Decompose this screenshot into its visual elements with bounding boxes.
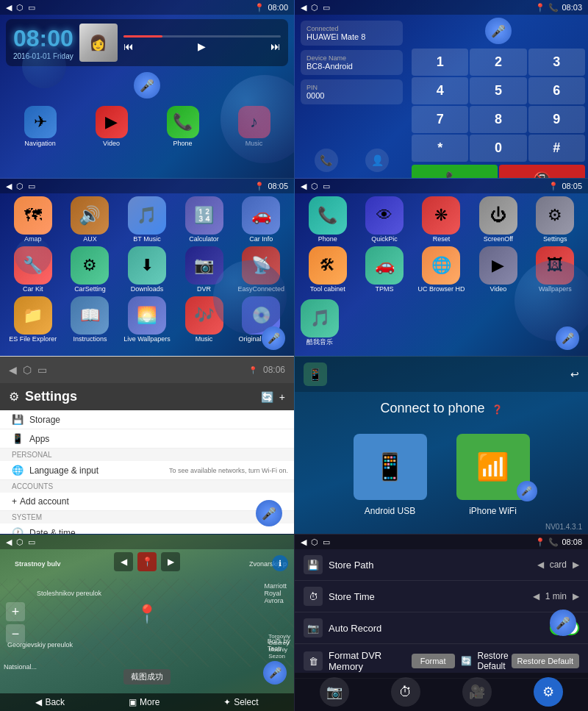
format-btn[interactable]: Format: [412, 654, 455, 668]
call-btn[interactable]: 📞: [412, 165, 498, 178]
home-btn-p4[interactable]: ⬡: [311, 182, 318, 191]
dial-5[interactable]: 5: [470, 77, 526, 104]
prev-btn[interactable]: ⏮: [123, 40, 134, 52]
back-map-btn[interactable]: ◀ Back: [35, 697, 65, 707]
dvr-settings-icon[interactable]: ⚙: [534, 677, 563, 707]
ucbrowser-icon[interactable]: 🌐UC Browser HD: [415, 246, 468, 293]
home-btn-p3[interactable]: ⬡: [16, 182, 24, 191]
reset-icon[interactable]: ❋Reset: [415, 196, 468, 243]
storepath-right-arrow[interactable]: ▶: [573, 560, 579, 570]
home-btn-settings[interactable]: ⬡: [23, 364, 32, 376]
btmusic-icon[interactable]: 🎵BT Music: [120, 196, 174, 243]
dial-hash[interactable]: #: [528, 135, 585, 162]
dial-9[interactable]: 9: [528, 106, 585, 133]
contact-icon[interactable]: 📞: [315, 149, 338, 172]
dial-7[interactable]: 7: [412, 106, 468, 133]
wallpapers-icon[interactable]: 🖼Wallpapers: [528, 246, 582, 293]
menu-btn-p3[interactable]: ▭: [28, 182, 35, 191]
nav-app-icon[interactable]: ✈ Navigation: [6, 106, 74, 147]
music-icon-p3[interactable]: 🎶Music: [177, 296, 232, 343]
mic-btn-settings[interactable]: 🎤: [256, 500, 282, 526]
settings-language[interactable]: 🌐 Language & input To see available netw…: [0, 461, 294, 480]
dial-star[interactable]: *: [412, 135, 468, 162]
dvr-icon[interactable]: 📷DVR: [177, 246, 232, 293]
mic-btn-map[interactable]: 🎤: [263, 661, 287, 685]
phone-icon-p4[interactable]: 📞Phone: [301, 196, 354, 243]
easyconnected-icon[interactable]: 📡EasyConnected: [234, 246, 288, 293]
back-btn-p1[interactable]: ◀: [6, 3, 12, 12]
menu-btn-map[interactable]: ▭: [28, 537, 35, 547]
zoom-out-btn[interactable]: −: [6, 624, 25, 643]
dial-4[interactable]: 4: [412, 77, 468, 104]
settings-datetime[interactable]: 🕐 Date & time: [0, 524, 294, 534]
mic-btn-p4[interactable]: 🎤: [556, 326, 579, 350]
home-btn-p1[interactable]: ⬡: [16, 3, 24, 12]
settings-storage[interactable]: 💾 Storage: [0, 410, 294, 429]
kuwo-icon[interactable]: 🎵 酷我音乐: [301, 299, 339, 346]
carinfo-icon[interactable]: 🚗Car Info: [234, 196, 288, 243]
back-btn-p8[interactable]: ◀: [301, 537, 306, 547]
dvr-cam-icon[interactable]: 📷: [320, 677, 349, 707]
settings-icon-p4[interactable]: ⚙Settings: [528, 196, 582, 243]
nav-right-arrow[interactable]: ▶: [161, 552, 180, 571]
back-btn-connect[interactable]: ↩: [570, 368, 579, 380]
map-info-btn[interactable]: ℹ: [272, 555, 288, 571]
mic-btn-dialer[interactable]: 🎤: [485, 18, 512, 44]
tpms-icon[interactable]: 🚗TPMS: [357, 246, 411, 293]
dial-2[interactable]: 2: [470, 49, 526, 76]
aux-icon[interactable]: 🔊AUX: [63, 196, 118, 243]
zoom-in-btn[interactable]: +: [6, 602, 25, 621]
calculator-icon[interactable]: 🔢Calculator: [177, 196, 232, 243]
nav-left-arrow[interactable]: ◀: [114, 552, 133, 571]
back-btn-settings[interactable]: ◀: [9, 364, 17, 376]
amap-icon[interactable]: 🗺Amap: [6, 196, 60, 243]
mic-button-p1[interactable]: 🎤: [134, 72, 160, 99]
person-icon[interactable]: 👤: [365, 149, 389, 172]
iphone-wifi-option[interactable]: 📶 iPhone WiFi 🎤: [456, 434, 530, 516]
back-btn-map[interactable]: ◀: [6, 537, 12, 547]
menu-btn-p8[interactable]: ▭: [323, 537, 330, 547]
music-app-icon[interactable]: ♪ Music: [220, 106, 288, 147]
instructions-icon[interactable]: 📖Instructions: [63, 296, 118, 343]
more-map-btn[interactable]: ▣ More: [129, 697, 159, 707]
home-btn-p2[interactable]: ⬡: [311, 3, 318, 12]
back-btn-p4[interactable]: ◀: [301, 182, 306, 191]
connect-help-icon[interactable]: ❓: [492, 404, 503, 415]
select-map-btn[interactable]: ✦ Select: [223, 697, 258, 707]
settings-add-icon[interactable]: +: [279, 391, 285, 403]
downloads-icon[interactable]: ⬇Downloads: [120, 246, 174, 293]
storepath-left-arrow[interactable]: ◀: [537, 560, 544, 570]
storetime-right-arrow[interactable]: ▶: [573, 591, 579, 601]
mic-overlay-connect[interactable]: 🎤: [517, 481, 537, 501]
home-btn-p8[interactable]: ⬡: [311, 537, 318, 547]
phone-app-icon[interactable]: 📞 Phone: [148, 106, 217, 147]
android-usb-option[interactable]: 📱 Android USB: [354, 434, 427, 516]
esfile-icon[interactable]: 📁ES File Explorer: [6, 296, 60, 343]
menu-btn-p4[interactable]: ▭: [323, 182, 330, 191]
menu-btn-settings[interactable]: ▭: [37, 364, 47, 376]
dial-3[interactable]: 3: [528, 49, 585, 76]
restore-btn[interactable]: Restore Default: [512, 654, 579, 668]
toolcabinet-icon[interactable]: 🛠Tool cabinet: [301, 246, 354, 293]
dvr-video-icon[interactable]: 🎥: [462, 677, 492, 707]
mic-btn-p3[interactable]: 🎤: [262, 326, 285, 350]
next-btn[interactable]: ⏭: [270, 40, 281, 52]
dial-1[interactable]: 1: [412, 49, 468, 76]
screenoff-icon[interactable]: ⏻ScreenOff: [471, 196, 525, 243]
back-btn-p2[interactable]: ◀: [301, 3, 306, 12]
settings-addaccount[interactable]: +Add account: [0, 493, 294, 511]
mic-btn-dvr[interactable]: 🎤: [550, 610, 576, 636]
hangup-btn[interactable]: 📵: [499, 165, 585, 178]
carsetting-icon[interactable]: ⚙CarSetting: [63, 246, 118, 293]
storetime-left-arrow[interactable]: ◀: [533, 591, 539, 601]
video-icon-p4[interactable]: ▶Video: [471, 246, 525, 293]
nav-location-btn[interactable]: 📍: [137, 552, 157, 571]
carkit-icon[interactable]: 🔧Car Kit: [6, 246, 60, 293]
back-btn-p3[interactable]: ◀: [6, 182, 12, 191]
settings-apps[interactable]: 📱 Apps: [0, 429, 294, 449]
dial-8[interactable]: 8: [470, 106, 526, 133]
dial-0[interactable]: 0: [470, 135, 526, 162]
livewallpapers-icon[interactable]: 🌅Live Wallpapers: [120, 296, 174, 343]
home-btn-map[interactable]: ⬡: [16, 537, 24, 547]
quickpic-icon[interactable]: 👁QuickPic: [357, 196, 411, 243]
